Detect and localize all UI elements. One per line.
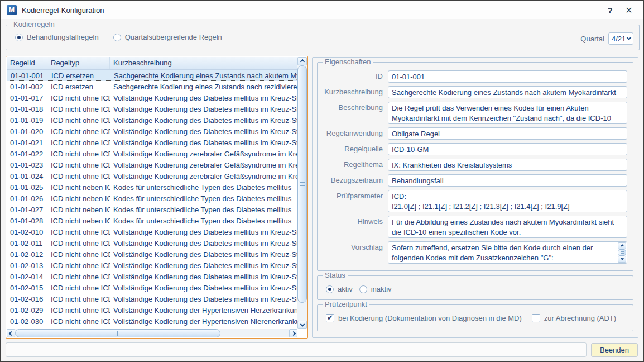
chevron-down-icon [300,322,304,326]
table-cell: ICD nicht ohne ICD [47,239,110,247]
table-cell: 01-01-028 [7,217,47,225]
column-header-kurzbeschreibung[interactable]: Kurzbeschreibung [110,57,297,69]
radio-aktiv[interactable]: aktiv [326,285,353,293]
table-cell: ICD nicht ohne ICD [47,161,110,169]
table-cell: ICD nicht ohne ICD [47,261,110,270]
eigenschaften-group: Eigenschaften ID01-01-001Kurzbeschreibun… [317,62,633,271]
quartal-value: 4/21 [612,35,626,43]
scroll-down-button[interactable] [297,321,307,329]
scroll-right-button[interactable] [289,329,297,337]
thumb-grip-icon [116,331,120,336]
radio-inaktiv[interactable]: inaktiv [359,285,392,293]
field-value-beschreibung: Die Regel prüft das Verwenden eines Kode… [392,104,611,124]
table-cell: ICD nicht ohne ICD [47,295,110,303]
field-scrollbar[interactable] [618,242,626,263]
field-vorschlag[interactable]: Sofern zutreffend, ersetzen Sie bitte de… [388,241,627,264]
table-row[interactable]: 01-02-016ICD nicht ohne ICDVollständige … [7,293,297,304]
field-hinweis[interactable]: Für die Abbildung eines Zustandes nach a… [388,216,627,238]
property-row: RegelquelleICD-10-GM [320,143,627,155]
field-regelthema[interactable]: IX: Krankheiten des Kreislaufsystems [388,159,627,171]
app-logo-letter: M [9,6,15,14]
table-cell: ICD nicht ohne ICD [47,228,110,236]
table-row[interactable]: 01-01-017ICD nicht ohne ICDVollständige … [7,92,297,103]
table-row[interactable]: 01-01-027ICD nicht neben ICDKodes für un… [7,204,297,215]
quartal-select[interactable]: 4/21 [608,32,633,45]
checkbox-zur-abrechnung-label: zur Abrechnung (ADT) [544,314,616,322]
status-bar [6,342,587,357]
table-row[interactable]: 01-01-021ICD nicht ohne ICDVollständige … [7,137,297,148]
scroll-track[interactable] [220,329,289,337]
radio-behandlungsfallregeln-label: Behandlungsfallregeln [27,33,99,41]
table-cell: 01-01-020 [7,127,47,136]
field-kurzbeschreibung[interactable]: Sachgerechte Kodierung eines Zustands na… [388,86,627,98]
table-row[interactable]: 01-02-011ICD nicht ohne ICDVollständige … [7,237,297,249]
field-value-vorschlag: Sofern zutreffend, ersetzen Sie bitte de… [392,244,593,262]
table-row[interactable]: 01-02-010ICD nicht ohne ICDVollständige … [7,226,297,237]
field-label-hinweis: Hinweis [320,216,388,238]
chevron-right-icon [291,331,295,335]
table-cell: 01-01-018 [7,105,47,113]
scroll-down-button[interactable] [618,256,626,263]
table-row[interactable]: 01-01-002ICD ersetzenSachgerechte Kodier… [7,81,297,92]
table-horizontal-scrollbar[interactable] [7,329,297,337]
table-cell: 01-01-017 [7,94,47,102]
table-row[interactable]: 01-01-022ICD nicht ohne ICDVollständige … [7,148,297,159]
table-cell: 01-01-022 [7,150,47,158]
app-logo-icon: M [7,5,17,15]
property-row: PrüfparameterICD: I21.0[Z] ; I21.1[Z] ; … [320,190,627,212]
table-row[interactable]: 01-01-001ICD ersetzenSachgerechte Kodier… [7,70,297,81]
column-header-regelid[interactable]: RegelId [7,57,47,69]
table-row[interactable]: 01-01-025ICD nicht neben ICDKodes für un… [7,182,297,193]
horizontal-scroll-thumb[interactable] [15,329,220,337]
table-cell: Vollständige Kodierung des Diabetes mell… [110,284,297,292]
field-regelquelle[interactable]: ICD-10-GM [388,143,627,155]
table-row[interactable]: 01-01-023ICD nicht ohne ICDVollständige … [7,159,297,170]
close-button[interactable]: ✕ [619,3,638,17]
table-vertical-scrollbar[interactable] [297,57,307,329]
table-row[interactable]: 01-02-013ICD nicht ohne ICDVollständige … [7,260,297,271]
table-row[interactable]: 01-01-024ICD nicht ohne ICDVollständige … [7,170,297,182]
beenden-button[interactable]: Beenden [591,343,638,357]
checkbox-bei-kodierung[interactable]: bei Kodierung (Dokumentation von Diagnos… [326,314,525,322]
vertical-scroll-thumb[interactable] [297,65,307,303]
property-row: HinweisFür die Abbildung eines Zustandes… [320,216,627,238]
scroll-up-button[interactable] [618,242,626,249]
column-header-regeltyp[interactable]: Regeltyp [47,57,110,69]
table-row[interactable]: 01-01-028ICD nicht neben ICDKodes für un… [7,215,297,226]
table-row[interactable]: 01-02-030ICD nicht ohne ICDVollständige … [7,316,297,327]
scroll-up-button[interactable] [297,57,307,65]
table-row[interactable]: 01-02-029ICD nicht ohne ICDVollständige … [7,304,297,316]
field-beschreibung[interactable]: Die Regel prüft das Verwenden eines Kode… [388,102,627,124]
help-button[interactable]: ? [600,3,619,17]
scroll-left-button[interactable] [7,329,15,337]
field-label-regelquelle: Regelquelle [320,143,388,155]
table-row[interactable]: 01-01-026ICD nicht neben ICDKodes für un… [7,193,297,204]
table-row[interactable]: 01-02-014ICD nicht ohne ICDVollständige … [7,271,297,282]
radio-quartalsuebergreifende-regeln[interactable]: Quartalsübergreifende Regeln [113,33,222,41]
radio-quartalsuebergreifende-label: Quartalsübergreifende Regeln [125,33,222,41]
table-cell: Vollständige Kodierung des Diabetes mell… [110,228,297,236]
field-id[interactable]: 01-01-001 [388,70,627,83]
table-row[interactable]: 01-02-012ICD nicht ohne ICDVollständige … [7,249,297,260]
field-pruefparameter[interactable]: ICD: I21.0[Z] ; I21.1[Z] ; I21.2[Z] ; I2… [388,190,627,212]
checkbox-unchecked-icon [532,314,540,322]
table-cell: ICD nicht ohne ICD [47,139,110,147]
table-row[interactable]: 01-02-015ICD nicht ohne ICDVollständige … [7,282,297,293]
field-label-regelanwendung: Regelanwendung [320,127,388,140]
table-row[interactable]: 01-01-019ICD nicht ohne ICDVollständige … [7,115,297,126]
field-label-id: ID [320,70,388,83]
field-bezugszeitraum[interactable]: Behandlungsfall [388,174,627,187]
checkbox-zur-abrechnung[interactable]: zur Abrechnung (ADT) [532,314,616,322]
radio-aktiv-label: aktiv [338,285,353,293]
table-row[interactable]: 01-01-018ICD nicht ohne ICDVollständige … [7,103,297,115]
radio-selected-icon [326,285,334,293]
table-row[interactable]: 01-01-020ICD nicht ohne ICDVollständige … [7,126,297,137]
field-regelanwendung[interactable]: Obligate Regel [388,127,627,140]
scroll-thumb[interactable] [618,249,626,256]
table-cell: 01-02-029 [7,306,47,315]
radio-behandlungsfallregeln[interactable]: Behandlungsfallregeln [15,33,99,41]
property-row: VorschlagSofern zutreffend, ersetzen Sie… [320,241,627,264]
eigenschaften-group-label: Eigenschaften [323,58,373,66]
chevron-down-icon [627,35,631,40]
checkbox-checked-icon [326,314,334,322]
